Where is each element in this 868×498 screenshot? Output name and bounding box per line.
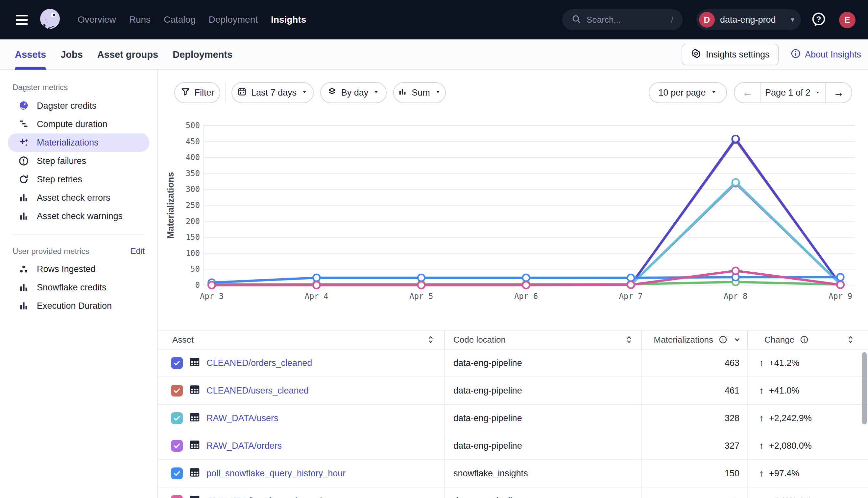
aggregate-dropdown[interactable]: Sum [393,82,446,103]
data-point[interactable] [418,274,425,281]
calendar-icon [237,87,247,99]
topnav-item-overview[interactable]: Overview [78,14,116,25]
sidebar-item-dagster-credits[interactable]: Dagster credits [8,96,149,115]
sidebar-item-rows-ingested[interactable]: Rows Ingested [8,260,149,278]
data-point[interactable] [732,135,739,142]
per-page-dropdown[interactable]: 10 per page [649,82,727,103]
data-point[interactable] [523,282,530,289]
tab-jobs[interactable]: Jobs [61,39,83,70]
column-header-materializations[interactable]: Materializations [641,330,747,349]
series-checkbox[interactable] [171,495,183,498]
table-header-row: AssetCode locationMaterializationsChange [158,330,868,350]
data-point[interactable] [732,267,739,274]
sidebar-item-execution-duration[interactable]: Execution Duration [8,297,149,315]
filter-button[interactable]: Filter [174,82,220,103]
data-point[interactable] [627,281,634,288]
series-checkbox[interactable] [171,468,183,479]
previous-page-button[interactable]: ← [735,83,761,103]
caret-down-icon [434,88,442,98]
arrow-right-icon: → [833,87,844,98]
sidebar-item-materializations[interactable]: Materializations [8,133,149,152]
tab-asset-groups[interactable]: Asset groups [97,39,158,70]
sidebar-item-step-retries[interactable]: Step retries [8,170,149,188]
group-by-dropdown[interactable]: By day [320,82,387,103]
asset-link[interactable]: CLEANED/users_cleaned [206,386,309,396]
data-point[interactable] [313,274,320,281]
data-point[interactable] [313,282,320,289]
topnav-item-insights[interactable]: Insights [271,14,306,25]
insights-tab-bar: AssetsJobsAsset groupsDeployments Insigh… [0,39,868,70]
sidebar-item-step-failures[interactable]: Step failures [8,152,149,170]
data-point[interactable] [837,274,844,280]
table-scrollbar[interactable] [862,352,867,424]
line-series-cleaned-orders-cleaned[interactable] [212,139,840,285]
sidebar-item-asset-check-warnings[interactable]: Asset check warnings [8,207,149,225]
series-checkbox[interactable] [171,385,183,396]
org-name: data-eng-prod [720,15,786,25]
sort-icon[interactable] [625,335,633,344]
line-series-cleaned-users-cleaned[interactable] [212,140,840,285]
sidebar-item-label: Step retries [37,174,82,185]
data-point[interactable] [418,282,425,289]
column-label: Asset [172,335,194,345]
data-point[interactable] [732,179,739,186]
sidebar-item-asset-check-errors[interactable]: Asset check errors [8,188,149,207]
topnav-item-deployment[interactable]: Deployment [209,14,258,25]
series-checkbox[interactable] [171,440,183,452]
date-range-dropdown[interactable]: Last 7 days [231,82,314,103]
sort-desc-icon[interactable] [733,336,741,344]
column-header-asset[interactable]: Asset [158,330,444,349]
sidebar-item-label: Snowflake credits [37,283,106,293]
column-header-code-location[interactable]: Code location [444,330,641,349]
tab-assets[interactable]: Assets [15,39,46,70]
aggregate-label: Sum [412,88,430,98]
trend-up-icon: ↑ [759,358,764,368]
asset-link[interactable]: RAW_DATA/orders [206,441,282,451]
edit-metrics-link[interactable]: Edit [130,246,145,256]
data-point[interactable] [627,274,634,281]
series-checkbox[interactable] [171,357,183,369]
layers-icon [327,87,337,99]
data-point[interactable] [208,282,215,289]
asset-link[interactable]: poll_snowflake_query_history_hour [206,469,346,479]
data-point[interactable] [837,281,844,288]
materializations-value: 47 [730,496,739,498]
tab-deployments[interactable]: Deployments [173,39,232,70]
asset-link[interactable]: CLEANED/locations_cleaned [206,496,322,498]
sidebar-item-label: Materializations [37,137,99,148]
line-series-raw-data-orders[interactable] [212,183,840,285]
data-point[interactable] [523,274,530,281]
sidebar-item-label: Step failures [37,156,86,166]
hamburger-menu-icon[interactable] [16,13,29,26]
sort-icon[interactable] [426,335,435,344]
sidebar-item-compute-duration[interactable]: Compute duration [8,115,149,133]
topnav-item-catalog[interactable]: Catalog [164,14,196,25]
dagster-logo[interactable] [37,6,63,33]
sort-icon[interactable] [846,335,855,344]
help-icon[interactable]: ? [809,11,828,29]
code-location-value: data-eng-pipeline [454,413,522,423]
org-switcher[interactable]: D data-eng-prod ▾ [697,9,801,30]
materializations-line-chart[interactable]: 050100150200250300350400450500Apr 3Apr 4… [164,118,868,315]
page-select-dropdown[interactable]: Page 1 of 2 [761,83,825,103]
column-header-change[interactable]: Change [747,330,868,349]
asset-link[interactable]: CLEANED/orders_cleaned [206,358,312,368]
group-by-label: By day [341,88,369,98]
next-page-button[interactable]: → [825,83,852,103]
topnav-item-runs[interactable]: Runs [129,14,151,25]
asset-link[interactable]: RAW_DATA/users [206,413,279,423]
insights-settings-button[interactable]: Insights settings [681,44,779,65]
sidebar-item-snowflake-credits[interactable]: Snowflake credits [8,278,149,297]
y-tick-label: 50 [190,264,200,274]
info-icon[interactable] [800,335,809,344]
code-location-value: snowflake_insights [454,469,528,479]
about-insights-link[interactable]: About Insights [790,44,861,65]
info-icon[interactable] [718,335,728,344]
change-value: +97.4% [769,469,799,479]
x-tick-label: Apr 6 [514,292,538,301]
search-input[interactable]: Search... / [562,9,682,30]
user-avatar[interactable]: E [839,12,855,28]
series-checkbox[interactable] [171,412,183,424]
trend-up-icon: ↑ [759,413,764,423]
caret-down-icon [814,88,821,98]
